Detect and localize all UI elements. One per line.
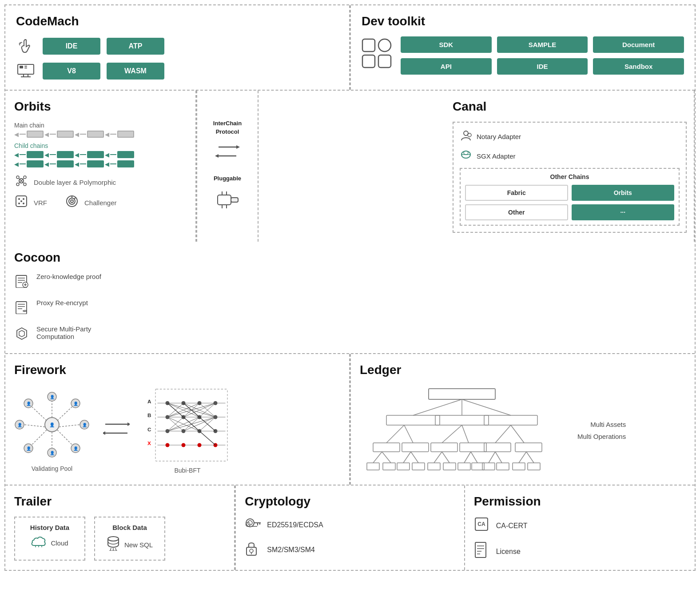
svg-marker-85 (103, 431, 105, 435)
cryptology-section: Cryptology (235, 486, 465, 570)
svg-line-155 (403, 452, 411, 463)
orbits-features: Double layer & Polymorphic (14, 174, 187, 210)
svg-marker-31 (215, 154, 219, 158)
devtoolkit-icon (362, 38, 392, 68)
ide-button[interactable]: IDE (43, 38, 100, 55)
svg-line-145 (495, 425, 511, 443)
svg-rect-152 (515, 443, 542, 452)
svg-text:B: B (147, 412, 151, 418)
svg-line-141 (386, 425, 404, 443)
sdk-button[interactable]: SDK (401, 36, 492, 53)
plug-icon (215, 186, 240, 213)
canal-title: Canal (453, 100, 687, 114)
dash1 (20, 134, 26, 135)
more-button[interactable]: ··· (572, 204, 675, 220)
gblock5 (27, 160, 44, 167)
svg-point-22 (20, 200, 22, 202)
perm-license: License (474, 542, 686, 561)
dash3 (80, 134, 86, 135)
ledger-tree-svg (360, 385, 564, 474)
zkp-text: Zero-knowledge proof (36, 273, 101, 280)
svg-line-68 (32, 430, 47, 445)
orbit-feature-vrf: VRF (14, 195, 47, 210)
block-data-label: Block Data (112, 524, 147, 531)
svg-point-9 (16, 176, 19, 179)
svg-rect-167 (397, 463, 410, 470)
perm-items: CA CA-CERT Lice (474, 517, 686, 561)
devtoolkit-section: Dev toolkit SDK SAMPLE Document API IDE (350, 5, 695, 90)
svg-line-146 (511, 425, 524, 443)
childchains-diagram: Child chains ◀ ◀ ◀ ◀ ◀ (14, 142, 187, 167)
svg-rect-2 (24, 66, 27, 67)
dash4 (110, 134, 116, 135)
svg-point-11 (16, 183, 19, 186)
svg-line-27 (74, 198, 76, 199)
proxy-icon (14, 300, 30, 317)
gdash5 (20, 163, 26, 164)
svg-text:👤: 👤 (73, 401, 79, 406)
cloud-icon (31, 536, 46, 550)
svg-text:CA: CA (477, 521, 485, 527)
svg-text:👤: 👤 (50, 450, 55, 456)
sm2-text: SM2/SM3/SM4 (267, 546, 315, 554)
svg-line-157 (434, 452, 442, 463)
svg-rect-168 (412, 463, 425, 470)
dice-icon (14, 195, 28, 210)
v8-button[interactable]: V8 (43, 63, 100, 80)
interchain-label: InterChainProtocol (213, 119, 242, 135)
atp-button[interactable]: ATP (107, 38, 164, 55)
fabric-button[interactable]: Fabric (465, 185, 568, 201)
document-button[interactable]: Document (593, 36, 684, 53)
sandbox-button[interactable]: Sandbox (593, 58, 684, 75)
svg-rect-150 (460, 443, 486, 452)
dt-ide-button[interactable]: IDE (497, 58, 588, 75)
gdash7 (80, 163, 86, 164)
bubi-bft-svg: A B C X (143, 385, 232, 465)
svg-line-62 (59, 425, 80, 427)
arrow3: ◀ (75, 131, 79, 138)
svg-point-19 (23, 198, 24, 200)
keys-icon (245, 517, 261, 533)
validating-pool-label: Validating Pool (32, 465, 72, 472)
trailer-boxes: History Data Cloud Block Data (14, 517, 225, 561)
validating-pool-svg: 👤 (14, 387, 90, 462)
cocoon-feature-smpc: Secure Multi-PartyComputation (14, 325, 187, 344)
svg-line-163 (519, 452, 526, 463)
svg-rect-134 (429, 389, 495, 399)
cloud-label: Cloud (51, 539, 68, 547)
svg-rect-176 (528, 463, 540, 470)
svg-line-162 (495, 452, 502, 463)
garrow4: ◀ (105, 151, 109, 158)
svg-point-20 (18, 203, 20, 204)
other-chains-grid: Fabric Orbits Other ··· (465, 185, 674, 220)
gblock1 (27, 151, 44, 158)
other-button[interactable]: Other (465, 204, 568, 220)
garrow3: ◀ (75, 151, 79, 158)
svg-rect-149 (431, 443, 457, 452)
svg-rect-170 (443, 463, 456, 470)
svg-line-64 (57, 430, 72, 445)
svg-point-10 (24, 176, 26, 179)
smpc-text: Secure Multi-PartyComputation (36, 325, 91, 340)
orbits-chain-button[interactable]: Orbits (572, 185, 675, 201)
gblock7 (87, 160, 104, 167)
ledger-title: Ledger (360, 363, 686, 377)
svg-point-108 (182, 443, 186, 447)
gdash6 (50, 163, 56, 164)
svg-text:👤: 👤 (73, 446, 79, 451)
wasm-button[interactable]: WASM (107, 63, 164, 80)
orbit-feature-challenger: Challenger (65, 195, 117, 210)
multi-operations-label: Multi Operations (577, 433, 626, 440)
sample-button[interactable]: SAMPLE (497, 36, 588, 53)
perm-ca-cert: CA CA-CERT (474, 517, 686, 535)
gblock4 (117, 151, 134, 158)
api-button[interactable]: API (401, 58, 492, 75)
row2: Orbits Main chain ◀ ◀ ◀ ◀ (5, 91, 695, 354)
orbit-feature-doublelayer: Double layer & Polymorphic (14, 174, 187, 191)
garrow6: ◀ (44, 161, 49, 167)
codemach-section: CodeMach IDE ATP (5, 5, 350, 90)
svg-text:👤: 👤 (50, 394, 55, 400)
row4: Trailer History Data Cloud (5, 486, 695, 570)
cocoon-title: Cocoon (14, 251, 187, 265)
svg-point-41 (464, 151, 468, 155)
